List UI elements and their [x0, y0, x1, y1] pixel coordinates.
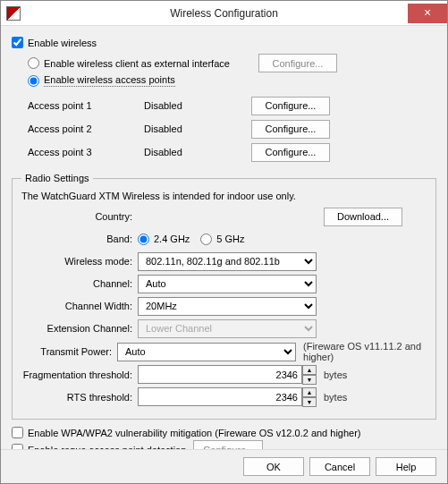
radio-settings-group: Radio Settings The WatchGuard XTM Wirele… [12, 173, 436, 420]
ap-2-configure-button[interactable]: Configure... [251, 120, 330, 139]
frag-label: Fragmentation threshold: [21, 369, 138, 380]
channel-width-select[interactable]: 20MHz [138, 297, 317, 316]
mode-client-row[interactable]: Enable wireless client as external inter… [28, 54, 436, 72]
wireless-mode-select[interactable]: 802.11n, 802.11g and 802.11b [138, 252, 317, 271]
frag-down-button[interactable]: ▼ [302, 375, 317, 385]
access-points-table: Access point 1 Disabled Configure... Acc… [28, 94, 436, 164]
channel-width-label: Channel Width: [21, 301, 138, 311]
wpa-mitigation-row[interactable]: Enable WPA/WPA2 vulnerability mitigation… [12, 427, 436, 438]
mode-client-configure-button[interactable]: Configure... [258, 54, 337, 72]
mode-ap-label: Enable wireless access points [44, 74, 175, 87]
cancel-button[interactable]: Cancel [309, 457, 370, 476]
rts-up-button[interactable]: ▲ [302, 387, 317, 397]
ap-1-configure-button[interactable]: Configure... [251, 97, 330, 115]
rts-label: RTS threshold: [21, 392, 138, 403]
ext-channel-label: Extension Channel: [21, 323, 138, 334]
band-5-radio[interactable] [200, 234, 212, 245]
help-button[interactable]: Help [376, 457, 436, 476]
dialog-footer: OK Cancel Help [1, 449, 447, 483]
frag-spinner[interactable]: ▲ ▼ [138, 365, 317, 385]
band-5-row[interactable]: 5 GHz [200, 234, 244, 245]
country-label: Country: [21, 211, 138, 222]
mode-client-label: Enable wireless client as external inter… [44, 58, 258, 69]
ap-3-status: Disabled [144, 147, 251, 157]
ap-3-name: Access point 3 [28, 147, 144, 157]
band-24-label: 2.4 GHz [154, 234, 190, 244]
download-button[interactable]: Download... [324, 208, 402, 226]
mode-ap-radio[interactable] [28, 75, 39, 87]
channel-label: Channel: [21, 278, 138, 289]
rts-down-button[interactable]: ▼ [302, 397, 317, 407]
titlebar: Wireless Configuration × [1, 1, 447, 26]
ap-1-name: Access point 1 [28, 100, 144, 111]
ap-3-configure-button[interactable]: Configure... [251, 143, 330, 162]
frag-input[interactable] [138, 365, 302, 384]
frag-up-button[interactable]: ▲ [302, 365, 317, 375]
wireless-mode-label: Wireless mode: [21, 256, 138, 267]
indoor-note: The WatchGuard XTM Wireless is intended … [21, 191, 427, 201]
mode-client-radio[interactable] [28, 57, 39, 69]
enable-wireless-checkbox[interactable] [12, 37, 23, 48]
ok-button[interactable]: OK [243, 457, 304, 476]
tx-power-note: (Fireware OS v11.11.2 and higher) [303, 341, 427, 362]
ap-2-name: Access point 2 [28, 123, 144, 134]
channel-select[interactable]: Auto [138, 275, 317, 293]
ap-row-3: Access point 3 Disabled Configure... [28, 140, 436, 164]
band-label: Band: [21, 234, 138, 244]
mode-ap-row[interactable]: Enable wireless access points [28, 74, 436, 87]
ap-2-status: Disabled [144, 123, 251, 134]
window-title: Wireless Configuration [1, 7, 447, 20]
wpa-mitigation-checkbox[interactable] [12, 427, 23, 438]
band-5-label: 5 GHz [216, 234, 244, 244]
band-24-radio[interactable] [138, 234, 149, 245]
ap-row-1: Access point 1 Disabled Configure... [28, 94, 436, 117]
rts-input[interactable] [138, 387, 302, 406]
ap-row-2: Access point 2 Disabled Configure... [28, 117, 436, 140]
tx-power-label: Transmit Power: [21, 346, 117, 357]
band-24-row[interactable]: 2.4 GHz [138, 234, 190, 245]
tx-power-select[interactable]: Auto [117, 343, 296, 361]
radio-settings-legend: Radio Settings [21, 173, 93, 183]
enable-wireless-row[interactable]: Enable wireless [12, 37, 436, 48]
enable-wireless-label: Enable wireless [28, 38, 97, 48]
ap-1-status: Disabled [144, 100, 251, 111]
rogue-row: Enable rogue access point detection Conf… [12, 440, 436, 449]
wpa-mitigation-label: Enable WPA/WPA2 vulnerability mitigation… [28, 428, 361, 438]
app-icon [6, 6, 21, 21]
rogue-configure-button[interactable]: Configure... [193, 440, 263, 449]
close-button[interactable]: × [408, 4, 447, 23]
rts-unit: bytes [324, 392, 347, 403]
ext-channel-select[interactable]: Lower Channel [138, 319, 317, 338]
wireless-config-dialog: Wireless Configuration × Enable wireless… [0, 0, 448, 484]
frag-unit: bytes [324, 369, 347, 380]
content-area: Enable wireless Enable wireless client a… [1, 26, 447, 449]
rts-spinner[interactable]: ▲ ▼ [138, 387, 317, 407]
